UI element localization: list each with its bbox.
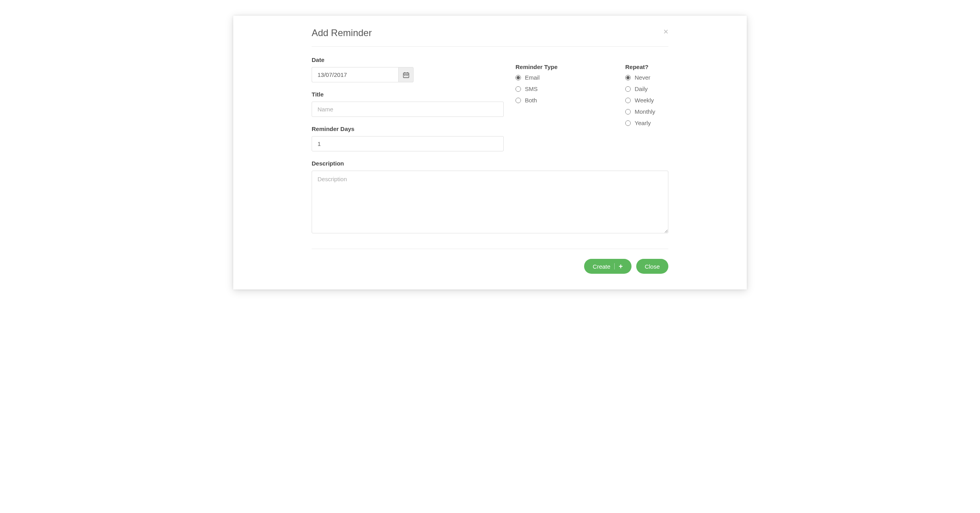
description-textarea[interactable] bbox=[312, 171, 668, 233]
radio-label: Weekly bbox=[635, 97, 654, 104]
plus-icon: + bbox=[619, 263, 623, 270]
date-label: Date bbox=[312, 56, 504, 63]
repeat-monthly-radio[interactable] bbox=[625, 109, 631, 115]
radio-label: Never bbox=[635, 74, 650, 81]
reminder-type-both-radio[interactable] bbox=[515, 98, 521, 103]
reminder-days-label: Reminder Days bbox=[312, 126, 504, 132]
radio-label: Both bbox=[525, 97, 537, 104]
close-icon[interactable]: × bbox=[663, 27, 668, 36]
description-label: Description bbox=[312, 160, 668, 167]
repeat-weekly-radio[interactable] bbox=[625, 98, 631, 103]
repeat-daily-radio[interactable] bbox=[625, 86, 631, 92]
create-button[interactable]: Create + bbox=[584, 259, 632, 274]
title-input[interactable] bbox=[312, 102, 504, 117]
title-label: Title bbox=[312, 91, 504, 98]
radio-label: Daily bbox=[635, 86, 648, 92]
date-input[interactable] bbox=[312, 67, 398, 82]
modal-footer: Create + Close bbox=[312, 249, 668, 274]
radio-label: SMS bbox=[525, 86, 538, 92]
repeat-yearly[interactable]: Yearly bbox=[625, 120, 668, 126]
radio-label: Email bbox=[525, 74, 540, 81]
add-reminder-modal: Add Reminder × Date bbox=[233, 16, 747, 289]
modal-title: Add Reminder bbox=[312, 27, 372, 38]
svg-rect-4 bbox=[404, 75, 405, 76]
reminder-type-sms-radio[interactable] bbox=[515, 86, 521, 92]
create-button-label: Create bbox=[593, 263, 610, 270]
repeat-never[interactable]: Never bbox=[625, 74, 668, 81]
reminder-type-both[interactable]: Both bbox=[515, 97, 613, 104]
reminder-days-input[interactable] bbox=[312, 136, 504, 151]
repeat-monthly[interactable]: Monthly bbox=[625, 108, 668, 115]
svg-rect-5 bbox=[406, 75, 407, 76]
reminder-type-sms[interactable]: SMS bbox=[515, 86, 613, 92]
reminder-type-email[interactable]: Email bbox=[515, 74, 613, 81]
date-input-group bbox=[312, 67, 414, 82]
svg-rect-6 bbox=[407, 75, 408, 76]
repeat-never-radio[interactable] bbox=[625, 75, 631, 80]
button-divider bbox=[614, 263, 615, 269]
reminder-type-email-radio[interactable] bbox=[515, 75, 521, 80]
radio-label: Yearly bbox=[635, 120, 651, 126]
close-button[interactable]: Close bbox=[636, 259, 668, 274]
calendar-picker-button[interactable] bbox=[398, 67, 414, 82]
repeat-label: Repeat? bbox=[625, 64, 668, 70]
reminder-type-group: Email SMS Both bbox=[515, 74, 613, 104]
reminder-type-label: Reminder Type bbox=[515, 64, 613, 70]
repeat-group: Never Daily Weekly Monthly bbox=[625, 74, 668, 126]
repeat-yearly-radio[interactable] bbox=[625, 120, 631, 126]
repeat-weekly[interactable]: Weekly bbox=[625, 97, 668, 104]
radio-label: Monthly bbox=[635, 108, 655, 115]
calendar-icon bbox=[403, 72, 409, 78]
repeat-daily[interactable]: Daily bbox=[625, 86, 668, 92]
modal-header: Add Reminder × bbox=[312, 27, 668, 47]
close-button-label: Close bbox=[645, 263, 660, 270]
